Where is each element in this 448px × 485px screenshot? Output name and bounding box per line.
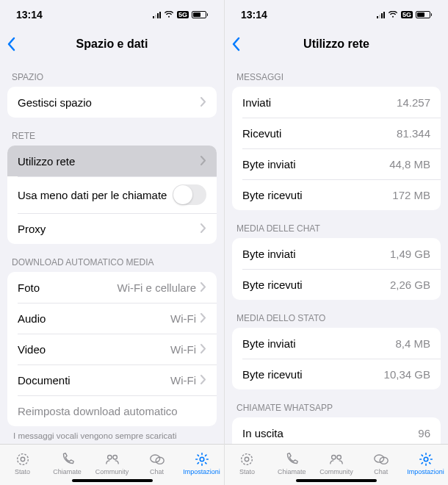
svg-point-6 (200, 457, 204, 461)
status-icon (14, 451, 32, 467)
row-label: Utilizzo rete (18, 155, 75, 168)
stat-label: Byte ricevuti (242, 189, 303, 201)
stat-label: Ricevuti (242, 127, 281, 140)
chevron-right-icon (200, 312, 206, 325)
chevron-right-icon (200, 374, 206, 387)
stat-label: Byte inviati (242, 248, 296, 260)
proxy-row[interactable]: Proxy (7, 213, 217, 244)
stat-stato-byte-inviati: Byte inviati8,4 MB (232, 328, 441, 359)
tab-chat[interactable]: Chat (358, 451, 403, 475)
chevron-left-icon (231, 37, 241, 51)
chevron-right-icon (200, 281, 206, 294)
video-row[interactable]: Video Wi-Fi (7, 334, 217, 364)
network-usage-row[interactable]: Utilizzo rete (7, 146, 217, 176)
stat-label: Byte ricevuti (242, 368, 303, 381)
stat-value: 1,49 GB (390, 248, 430, 260)
section-header-rete: RETE (0, 118, 224, 146)
stat-label: In uscita (242, 427, 283, 439)
status-icon (238, 451, 256, 467)
chevron-left-icon (6, 37, 16, 51)
documents-row[interactable]: Documenti Wi-Fi (7, 364, 217, 395)
content-scroll[interactable]: SPAZIO Gestisci spazio RETE Utilizzo ret… (0, 59, 224, 444)
page-title: Utilizzo rete (303, 37, 369, 51)
back-button[interactable] (231, 37, 241, 51)
svg-point-4 (150, 455, 159, 462)
svg-point-10 (337, 456, 342, 460)
audio-row[interactable]: Audio Wi-Fi (7, 303, 217, 334)
tab-chiamate[interactable]: Chiamate (45, 451, 90, 475)
stat-chat-byte-inviati: Byte inviati1,49 GB (232, 238, 441, 269)
phone-icon (59, 451, 76, 467)
stat-value: 172 MB (392, 189, 430, 201)
reset-download-row[interactable]: Reimposta download automatico (7, 395, 217, 426)
tab-community[interactable]: Community (90, 451, 134, 475)
section-header-mediachat: MEDIA DELLE CHAT (225, 210, 448, 238)
row-label: Proxy (18, 223, 46, 235)
manage-storage-row[interactable]: Gestisci spazio (7, 87, 217, 118)
signal-icon (377, 12, 385, 18)
tab-chiamate[interactable]: Chiamate (270, 451, 314, 475)
svg-point-1 (21, 457, 25, 461)
less-data-toggle[interactable] (173, 184, 206, 205)
battery-icon (416, 11, 432, 18)
row-value: Wi-Fi e cellulare (117, 281, 196, 294)
content-scroll[interactable]: MESSAGGI Inviati14.257 Ricevuti81.344 By… (225, 59, 448, 444)
tab-impostazioni[interactable]: Impostazioni (403, 451, 448, 475)
back-button[interactable] (6, 37, 16, 51)
stat-chat-byte-ricevuti: Byte ricevuti2,26 GB (232, 269, 441, 300)
svg-point-2 (107, 456, 112, 460)
tab-label: Community (319, 468, 353, 475)
tab-label: Chat (150, 468, 164, 475)
stat-value: 44,8 MB (389, 158, 430, 170)
tab-label: Stato (239, 468, 255, 475)
svg-point-11 (375, 455, 384, 462)
tab-label: Impostazioni (407, 468, 444, 475)
home-indicator (72, 479, 153, 482)
stat-call-uscita: In uscita96 (232, 417, 441, 444)
row-label: Video (18, 343, 46, 356)
row-value: Wi-Fi (170, 374, 196, 387)
network-badge: 5G (401, 11, 413, 18)
stat-label: Inviati (242, 96, 271, 109)
foto-row[interactable]: Foto Wi-Fi e cellulare (7, 272, 217, 303)
row-label: Usa meno dati per le chiamate (18, 189, 167, 201)
status-bar: 13:14 5G (225, 0, 448, 29)
section-header-download: DOWNLOAD AUTOMATICO MEDIA (0, 244, 224, 272)
svg-point-7 (242, 454, 253, 465)
stat-value: 96 (418, 427, 430, 439)
wifi-icon (388, 9, 398, 21)
battery-icon (192, 11, 208, 18)
status-time: 13:14 (241, 9, 267, 21)
tab-label: Community (95, 468, 129, 475)
tab-stato[interactable]: Stato (0, 451, 45, 475)
tab-stato[interactable]: Stato (225, 451, 270, 475)
tab-chat[interactable]: Chat (134, 451, 179, 475)
stat-value: 14.257 (397, 96, 430, 109)
stat-byte-inviati: Byte inviati44,8 MB (232, 148, 441, 179)
chevron-right-icon (200, 343, 206, 356)
chevron-right-icon (200, 96, 206, 109)
section-header-messaggi: MESSAGGI (225, 59, 448, 87)
download-footnote: I messaggi vocali vengono sempre scarica… (0, 426, 224, 444)
stat-byte-ricevuti: Byte ricevuti172 MB (232, 179, 441, 210)
section-header-spazio: SPAZIO (0, 59, 224, 87)
stat-value: 8,4 MB (395, 337, 430, 350)
row-value: Wi-Fi (170, 312, 196, 325)
phone-icon (283, 451, 300, 467)
wifi-icon (164, 9, 174, 21)
svg-point-3 (112, 456, 117, 460)
chevron-right-icon (200, 223, 206, 235)
less-data-calls-row[interactable]: Usa meno dati per le chiamate (7, 176, 217, 213)
page-title: Spazio e dati (76, 37, 148, 51)
chat-icon (148, 451, 166, 467)
tab-label: Impostazioni (183, 468, 220, 475)
tab-label: Chat (374, 468, 388, 475)
chat-icon (372, 451, 390, 467)
community-icon (104, 451, 121, 467)
status-time: 13:14 (16, 9, 43, 21)
tab-community[interactable]: Community (314, 451, 359, 475)
tab-impostazioni[interactable]: Impostazioni (179, 451, 224, 475)
row-label: Gestisci spazio (18, 96, 92, 109)
stat-ricevuti: Ricevuti81.344 (232, 118, 441, 148)
row-label: Documenti (18, 374, 71, 387)
